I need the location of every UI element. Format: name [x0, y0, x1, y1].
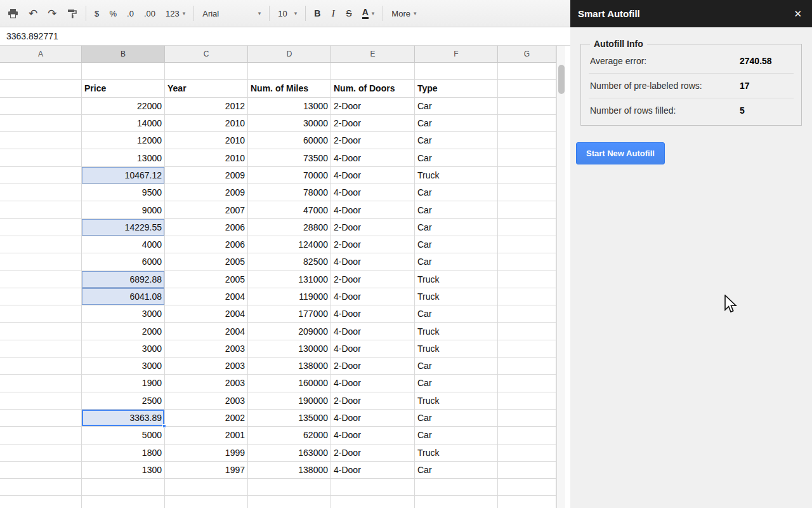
currency-format-button[interactable]: $	[89, 4, 105, 23]
cell-miles[interactable]: 73500	[248, 149, 331, 166]
cell[interactable]	[82, 496, 165, 508]
cell-doors[interactable]: 4-Door	[331, 149, 415, 166]
cell-price[interactable]: 1300	[82, 462, 165, 479]
cell-doors[interactable]: 2-Door	[331, 115, 415, 132]
cell-miles[interactable]: 163000	[248, 444, 331, 462]
cell-year[interactable]: 2003	[165, 392, 248, 410]
cell-miles[interactable]: 209000	[248, 323, 331, 340]
cell[interactable]	[498, 479, 556, 496]
cell[interactable]	[498, 410, 556, 427]
cell-type[interactable]: Car	[415, 358, 498, 375]
cell[interactable]	[248, 479, 331, 496]
cell-type[interactable]: Car	[415, 184, 498, 201]
cell[interactable]	[165, 479, 248, 496]
header-cell-miles[interactable]: Num. of Miles	[248, 80, 331, 97]
cell[interactable]	[498, 288, 556, 305]
cell-price[interactable]: 1900	[82, 375, 165, 392]
cell-type[interactable]: Truck	[415, 444, 498, 462]
cell-price[interactable]: 4000	[82, 236, 165, 253]
cell[interactable]	[498, 392, 556, 410]
cell[interactable]	[498, 201, 556, 218]
cell-price[interactable]: 14000	[82, 115, 165, 132]
cell[interactable]	[0, 132, 82, 149]
cell[interactable]	[415, 63, 498, 80]
cell-price[interactable]: 13000	[82, 149, 165, 166]
decrease-decimal-button[interactable]: .0	[122, 4, 139, 23]
bold-button[interactable]: B	[309, 4, 325, 23]
cell[interactable]	[0, 410, 82, 427]
cell[interactable]	[498, 63, 556, 80]
cell[interactable]	[0, 323, 82, 340]
cell-price[interactable]: 6892.88	[82, 271, 165, 288]
scrollbar-thumb[interactable]	[558, 65, 565, 94]
cell[interactable]	[498, 305, 556, 323]
cell-year[interactable]: 2006	[165, 219, 248, 236]
cell-doors[interactable]: 4-Door	[331, 167, 415, 184]
cell-year[interactable]: 2005	[165, 253, 248, 271]
cell-type[interactable]: Car	[415, 98, 498, 115]
cell[interactable]	[331, 496, 415, 508]
fill-handle[interactable]	[162, 424, 166, 428]
cell-miles[interactable]: 160000	[248, 375, 331, 392]
cell-price[interactable]: 6041.08	[82, 288, 165, 305]
undo-button[interactable]: ↶	[23, 4, 43, 23]
cell-type[interactable]: Truck	[415, 271, 498, 288]
cell[interactable]	[498, 132, 556, 149]
cell-doors[interactable]: 2-Door	[331, 236, 415, 253]
cell-miles[interactable]: 131000	[248, 271, 331, 288]
cell-price[interactable]: 1800	[82, 444, 165, 462]
cell[interactable]	[498, 323, 556, 340]
cell[interactable]	[498, 236, 556, 253]
cell-price[interactable]: 3000	[82, 305, 165, 323]
cell[interactable]	[0, 271, 82, 288]
cell-miles[interactable]: 60000	[248, 132, 331, 149]
cell-price[interactable]: 10467.12	[82, 167, 165, 184]
cell-type[interactable]: Car	[415, 427, 498, 444]
cell-year[interactable]: 1997	[165, 462, 248, 479]
cell-miles[interactable]: 70000	[248, 167, 331, 184]
cell[interactable]	[0, 63, 82, 80]
cell-miles[interactable]: 190000	[248, 392, 331, 410]
cell[interactable]	[331, 479, 415, 496]
column-header-g[interactable]: G	[498, 46, 556, 63]
cell-price[interactable]: 9500	[82, 184, 165, 201]
cell-year[interactable]: 2010	[165, 149, 248, 166]
cell-price[interactable]: 2500	[82, 392, 165, 410]
cell[interactable]	[415, 496, 498, 508]
cell-doors[interactable]: 4-Door	[331, 410, 415, 427]
column-header-e[interactable]: E	[331, 46, 415, 63]
cell-year[interactable]: 2012	[165, 98, 248, 115]
cell[interactable]	[165, 496, 248, 508]
font-family-select[interactable]: Arial ▾	[197, 4, 266, 23]
cell[interactable]	[0, 479, 82, 496]
cell[interactable]	[0, 115, 82, 132]
cell[interactable]	[248, 63, 331, 80]
cell-doors[interactable]: 2-Door	[331, 132, 415, 149]
cell-year[interactable]: 2004	[165, 323, 248, 340]
cell[interactable]	[498, 444, 556, 462]
header-cell-type[interactable]: Type	[415, 80, 498, 97]
cell[interactable]	[498, 340, 556, 358]
cell-year[interactable]: 2010	[165, 132, 248, 149]
cell-type[interactable]: Car	[415, 305, 498, 323]
cell[interactable]	[498, 253, 556, 271]
cell-type[interactable]: Car	[415, 115, 498, 132]
cell-doors[interactable]: 2-Door	[331, 271, 415, 288]
column-header-b[interactable]: B	[82, 46, 165, 63]
paint-format-button[interactable]	[62, 4, 82, 23]
cell-year[interactable]: 1999	[165, 444, 248, 462]
cell[interactable]	[0, 253, 82, 271]
cell[interactable]	[0, 444, 82, 462]
cell-miles[interactable]: 119000	[248, 288, 331, 305]
cell-doors[interactable]: 4-Door	[331, 201, 415, 218]
cell-doors[interactable]: 2-Door	[331, 98, 415, 115]
redo-button[interactable]: ↷	[43, 4, 62, 23]
increase-decimal-button[interactable]: .00	[139, 4, 160, 23]
cell-miles[interactable]: 124000	[248, 236, 331, 253]
italic-button[interactable]: I	[325, 4, 341, 23]
cell-doors[interactable]: 4-Door	[331, 462, 415, 479]
strikethrough-button[interactable]: S	[341, 4, 357, 23]
cell-miles[interactable]: 28800	[248, 219, 331, 236]
cell-miles[interactable]: 130000	[248, 340, 331, 358]
cell-price[interactable]: 2000	[82, 323, 165, 340]
